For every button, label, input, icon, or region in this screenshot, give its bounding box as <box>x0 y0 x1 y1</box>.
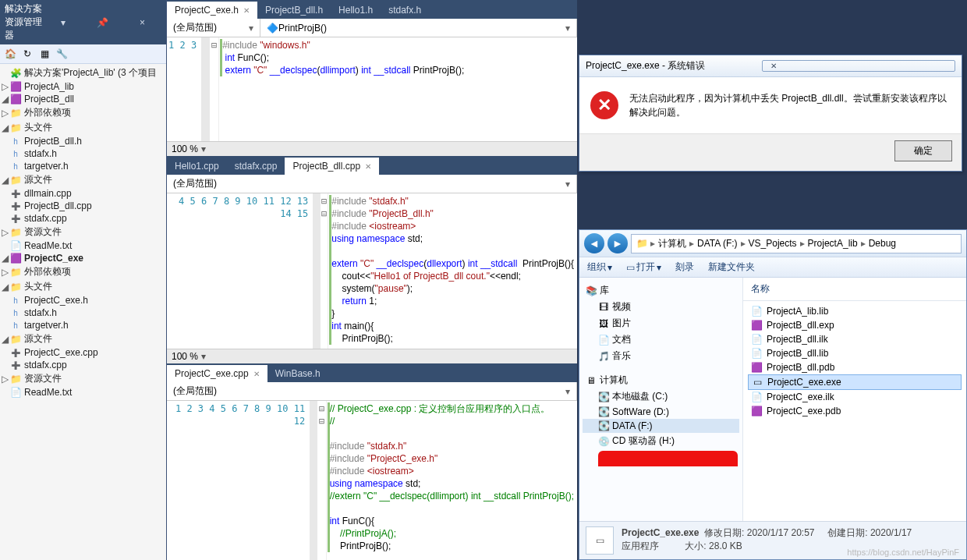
editor-pane-2: Hello1.cppstdafx.cppProjectB_dll.cpp✕ (全… <box>166 156 577 363</box>
tree-node[interactable]: ▷🟪ProjectA_lib <box>0 80 166 93</box>
code-area-2[interactable]: 4 5 6 7 8 9 10 11 12 13 14 15 ⊟ ⊟ #inclu… <box>167 193 577 349</box>
explorer-tree-item[interactable]: 💽DATA (F:) <box>583 419 739 433</box>
tree-node[interactable]: hstdafx.h <box>0 147 166 160</box>
toolbar-open[interactable]: ▭ 打开 ▾ <box>626 261 661 274</box>
breadcrumb-item[interactable]: VS_Pojects <box>749 238 797 249</box>
tree-node[interactable]: 🧩解决方案'ProjectA_lib' (3 个项目 <box>0 66 166 80</box>
scope-right-1[interactable]: 🔷 PrintProjB()▾ <box>260 19 577 37</box>
tree-node[interactable]: hProjectB_dll.h <box>0 135 166 147</box>
explorer-tree-item[interactable]: 💿CD 驱动器 (H:) <box>583 433 739 449</box>
tree-node[interactable]: ➕stdafx.cpp <box>0 359 166 371</box>
tab-close-icon[interactable]: ✕ <box>243 6 250 15</box>
explorer-tree-item[interactable]: 📚库 <box>583 282 739 299</box>
nav-fwd-button[interactable]: ► <box>607 233 628 253</box>
explorer-tree-item[interactable]: 🎞视频 <box>583 299 739 315</box>
tree-node[interactable]: ▷📁资源文件 <box>0 225 166 239</box>
editor-tab[interactable]: ProjectC_exe.h✕ <box>167 2 257 19</box>
tree-node[interactable]: hProjectC_exe.h <box>0 294 166 307</box>
file-list[interactable]: 📄ProjectA_lib.lib🟪ProjectB_dll.exp📄Proje… <box>743 301 966 521</box>
explorer-tree-item[interactable]: 🖥计算机 <box>583 372 739 388</box>
code-area-1[interactable]: 1 2 3 ⊟ #include "windows.h" int FunC();… <box>167 37 577 141</box>
tree-node[interactable]: ◢📁头文件 <box>0 279 166 294</box>
editor-tab[interactable]: stdafx.cpp <box>227 158 285 175</box>
tree-node[interactable]: htargetver.h <box>0 319 166 331</box>
tree-node[interactable]: ➕stdafx.cpp <box>0 212 166 225</box>
tab-close-icon[interactable]: ✕ <box>365 162 371 171</box>
explorer-tree-item[interactable]: 📄文档 <box>583 331 739 348</box>
home-icon[interactable]: 🏠 <box>3 47 17 61</box>
explorer-tree[interactable]: 📚库🎞视频🖼图片📄文档🎵音乐🖥计算机💽本地磁盘 (C:)💽SoftWare (D… <box>579 278 743 521</box>
tree-node[interactable]: ➕dllmain.cpp <box>0 187 166 200</box>
file-item[interactable]: 📄ProjectB_dll.ilk <box>748 332 962 346</box>
editor-tab[interactable]: ProjectB_dll.cpp✕ <box>285 158 379 175</box>
file-item[interactable]: 🟪ProjectB_dll.pdb <box>748 360 962 374</box>
se-toolbar: 🏠 ↻ ▦ 🔧 <box>0 44 166 64</box>
watermark: https://blog.csdn.net/HayPinF <box>847 548 959 557</box>
breadcrumb-item[interactable]: Debug <box>869 238 896 249</box>
tree-node[interactable]: ➕ProjectB_dll.cpp <box>0 200 166 212</box>
tree-node[interactable]: ▷📁资源文件 <box>0 371 166 386</box>
tree-node[interactable]: ▷📁外部依赖项 <box>0 264 166 279</box>
tree-node[interactable]: 📄ReadMe.txt <box>0 239 166 252</box>
tree-node[interactable]: htargetver.h <box>0 160 166 172</box>
tree-node[interactable]: ◢🟪ProjectC_exe <box>0 252 166 264</box>
breadcrumb[interactable]: 📁▸计算机▸DATA (F:)▸VS_Pojects▸ProjectA_lib▸… <box>631 234 962 253</box>
show-all-icon[interactable]: ▦ <box>37 47 51 61</box>
file-item[interactable]: 📄ProjectB_dll.lib <box>748 346 962 360</box>
toolbar-burn[interactable]: 刻录 <box>675 261 694 274</box>
editor-tab[interactable]: ProjectB_dll.h <box>257 2 331 19</box>
explorer-tree-item[interactable]: 🎵音乐 <box>583 348 739 364</box>
editor-tab[interactable]: Hello1.cpp <box>167 158 227 175</box>
tree-node[interactable]: ▷📁外部依赖项 <box>0 105 166 120</box>
file-item[interactable]: 📄ProjectA_lib.lib <box>748 304 962 318</box>
solution-tree[interactable]: 🧩解决方案'ProjectA_lib' (3 个项目▷🟪ProjectA_lib… <box>0 64 166 400</box>
editor-tab[interactable]: ProjectC_exe.cpp✕ <box>167 365 267 382</box>
scope-left-2[interactable]: (全局范围)▾ <box>167 175 577 193</box>
tab-close-icon[interactable]: ✕ <box>253 370 260 378</box>
scope-left-3[interactable]: (全局范围)▾ <box>167 382 577 400</box>
close-icon[interactable]: × <box>123 17 161 28</box>
zoom-1[interactable]: 100 %▾ <box>167 141 577 156</box>
zoom-2[interactable]: 100 %▾ <box>167 349 577 363</box>
toolbar-organize[interactable]: 组织 ▾ <box>587 261 612 274</box>
tree-node[interactable]: ◢📁头文件 <box>0 120 166 135</box>
nav-back-button[interactable]: ◄ <box>584 233 604 253</box>
explorer-tree-item[interactable]: 💽SoftWare (D:) <box>583 405 739 419</box>
dialog-ok-button[interactable]: 确定 <box>894 140 952 161</box>
file-explorer: ◄ ► 📁▸计算机▸DATA (F:)▸VS_Pojects▸ProjectA_… <box>579 229 967 560</box>
file-item[interactable]: ▭ProjectC_exe.exe <box>748 374 962 390</box>
dialog-titlebar[interactable]: ProjectC_exe.exe - 系统错误 ✕ <box>579 55 962 77</box>
tree-node[interactable]: ➕ProjectC_exe.cpp <box>0 346 166 359</box>
editor-tab[interactable]: Hello1.h <box>331 2 381 19</box>
file-thumb-icon: ▭ <box>586 526 614 555</box>
tree-node[interactable]: 📄ReadMe.txt <box>0 386 166 399</box>
explorer-tree-item[interactable]: 🖼图片 <box>583 315 739 331</box>
dialog-close-button[interactable]: ✕ <box>762 60 955 72</box>
file-item[interactable]: 🟪ProjectC_exe.pdb <box>748 404 962 418</box>
scope-left-1[interactable]: (全局范围)▾ <box>167 19 260 37</box>
tree-node[interactable]: ◢📁源文件 <box>0 172 166 187</box>
explorer-tree-item[interactable]: 💽本地磁盘 (C:) <box>583 388 739 405</box>
refresh-icon[interactable]: ↻ <box>20 47 34 61</box>
scope-row-1: (全局范围)▾ 🔷 PrintProjB()▾ <box>167 19 577 37</box>
code-area-3[interactable]: 1 2 3 4 5 6 7 8 9 10 11 12 ⊟ ⊟ // Projec… <box>167 401 577 560</box>
file-item[interactable]: 📄ProjectC_exe.ilk <box>748 390 962 404</box>
toolbar-newfolder[interactable]: 新建文件夹 <box>708 261 755 274</box>
dialog-title: ProjectC_exe.exe - 系统错误 <box>586 59 762 73</box>
explorer-nav: ◄ ► 📁▸计算机▸DATA (F:)▸VS_Pojects▸ProjectA_… <box>579 230 966 257</box>
tree-node[interactable]: ◢📁源文件 <box>0 331 166 346</box>
file-item[interactable]: 🟪ProjectB_dll.exp <box>748 318 962 332</box>
editor-tab[interactable]: stdafx.h <box>381 2 429 19</box>
properties-icon[interactable]: 🔧 <box>55 47 69 61</box>
files-header[interactable]: 名称 <box>743 278 966 301</box>
breadcrumb-item[interactable]: ProjectA_lib <box>808 238 858 249</box>
tree-node[interactable]: hstdafx.h <box>0 307 166 319</box>
pin-icon[interactable]: 📌 <box>84 17 122 28</box>
editor-tab[interactable]: WinBase.h <box>267 365 328 382</box>
dropdown-icon[interactable]: ▾ <box>44 17 83 28</box>
scope-row-2: (全局范围)▾ <box>167 175 577 193</box>
tree-node[interactable]: ◢🟪ProjectB_dll <box>0 93 166 105</box>
tabbar-3: ProjectC_exe.cpp✕WinBase.h <box>167 363 577 382</box>
breadcrumb-item[interactable]: DATA (F:) <box>697 238 738 249</box>
breadcrumb-item[interactable]: 计算机 <box>658 237 686 250</box>
